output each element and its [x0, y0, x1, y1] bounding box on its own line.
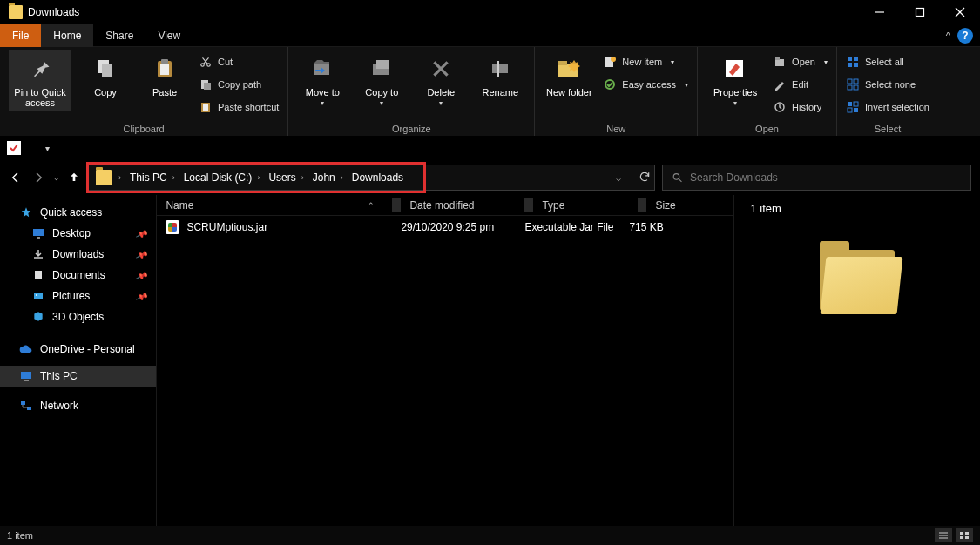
pin-icon: 📌 — [136, 269, 149, 281]
pin-label: Pin to Quick access — [10, 87, 70, 108]
svg-rect-14 — [203, 104, 208, 111]
breadcrumb-downloads[interactable]: Downloads — [348, 172, 407, 184]
breadcrumb-john[interactable]: John› — [309, 172, 348, 184]
folder-icon — [9, 5, 23, 19]
svg-point-41 — [673, 174, 679, 180]
nav-desktop[interactable]: Desktop📌 — [0, 223, 156, 244]
svg-rect-37 — [848, 102, 852, 106]
breadcrumb-users[interactable]: Users› — [265, 172, 308, 184]
new-item-button[interactable]: New item▾ — [603, 52, 688, 71]
close-button[interactable] — [940, 0, 980, 24]
svg-rect-57 — [960, 536, 963, 539]
select-all-button[interactable]: Select all — [846, 52, 929, 71]
file-name: SCRUMptious.jar — [186, 221, 267, 233]
invert-selection-button[interactable]: Invert selection — [846, 98, 929, 117]
svg-rect-12 — [204, 83, 211, 90]
svg-point-23 — [611, 57, 616, 62]
paste-shortcut-button[interactable]: Paste shortcut — [199, 98, 279, 117]
move-to-button[interactable]: Move to ▾ — [297, 50, 348, 107]
new-folder-button[interactable]: New folder — [544, 50, 594, 98]
file-row[interactable]: SCRUMptious.jar 29/10/2020 9:25 pm Execu… — [157, 216, 733, 239]
paste-button[interactable]: Paste — [139, 50, 190, 98]
view-details-button[interactable] — [935, 528, 952, 542]
nav-downloads[interactable]: Downloads📌 — [0, 244, 156, 265]
preview-pane: 1 item — [733, 195, 980, 526]
column-name[interactable]: Name⌃ — [157, 199, 392, 212]
copy-button[interactable]: Copy — [80, 50, 131, 98]
nav-network[interactable]: Network — [0, 395, 156, 416]
open-button[interactable]: Open▾ — [773, 52, 828, 71]
breadcrumb-local-disk[interactable]: Local Disk (C:)› — [180, 172, 266, 184]
breadcrumb-this-pc[interactable]: This PC› — [126, 172, 180, 184]
view-icons-button[interactable] — [956, 528, 973, 542]
address-dropdown-icon[interactable]: ⌵ — [616, 173, 621, 183]
pin-to-quick-access-button[interactable]: Pin to Quick access — [9, 50, 71, 111]
edit-button[interactable]: Edit — [773, 75, 828, 94]
new-item-icon — [603, 55, 617, 69]
recent-locations-button[interactable]: ⌵ — [54, 173, 58, 182]
nav-3d-objects[interactable]: 3D Objects — [0, 306, 156, 327]
svg-rect-58 — [965, 536, 969, 539]
copy-to-button[interactable]: Copy to ▾ — [356, 50, 407, 107]
svg-rect-7 — [160, 64, 169, 75]
history-icon — [773, 100, 787, 114]
nav-quick-access[interactable]: Quick access — [0, 202, 156, 223]
history-button[interactable]: History — [773, 98, 828, 117]
easy-access-button[interactable]: Easy access▾ — [603, 75, 688, 94]
forward-button[interactable] — [31, 171, 45, 185]
search-box[interactable] — [662, 165, 971, 191]
copy-icon — [91, 54, 120, 84]
folder-preview-icon — [820, 250, 895, 311]
nav-pictures[interactable]: Pictures📌 — [0, 286, 156, 306]
tab-share[interactable]: Share — [93, 24, 145, 47]
paste-shortcut-icon — [199, 100, 213, 114]
nav-documents[interactable]: Documents📌 — [0, 265, 156, 286]
column-date[interactable]: Date modified — [401, 199, 524, 212]
move-to-icon — [308, 54, 337, 84]
svg-line-42 — [679, 179, 681, 182]
search-input[interactable] — [690, 172, 962, 184]
tab-home[interactable]: Home — [41, 24, 93, 47]
pin-icon: 📌 — [136, 290, 149, 302]
svg-rect-39 — [848, 108, 852, 112]
nav-onedrive[interactable]: OneDrive - Personal — [0, 336, 156, 357]
ribbon-collapse-icon[interactable]: ^ — [946, 30, 950, 41]
maximize-button[interactable] — [900, 0, 940, 24]
column-size[interactable]: Size — [646, 199, 733, 212]
up-button[interactable] — [67, 171, 81, 185]
address-bar[interactable]: › This PC› Local Disk (C:)› Users› John›… — [88, 165, 655, 191]
properties-button[interactable]: Properties ▾ — [706, 50, 764, 107]
qat-dropdown-icon[interactable]: ▾ — [45, 144, 50, 153]
svg-rect-49 — [24, 380, 29, 381]
file-type: Executable Jar File — [516, 221, 620, 233]
chevron-down-icon: ▾ — [733, 99, 737, 107]
rename-icon — [485, 54, 515, 84]
refresh-button[interactable] — [639, 171, 651, 185]
select-none-button[interactable]: Select none — [846, 75, 929, 94]
file-list: Name⌃ Date modified Type Size SCRUMptiou… — [157, 195, 733, 526]
qat-folder-icon[interactable] — [26, 142, 40, 154]
cut-button[interactable]: Cut — [199, 52, 279, 71]
minimize-button[interactable] — [860, 0, 900, 24]
back-button[interactable] — [9, 171, 23, 185]
help-icon[interactable]: ? — [957, 28, 973, 44]
sort-indicator-icon: ⌃ — [368, 201, 375, 210]
select-none-icon — [846, 77, 860, 91]
status-item-count: 1 item — [7, 530, 33, 541]
tab-file[interactable]: File — [0, 24, 41, 47]
delete-button[interactable]: Delete ▾ — [416, 50, 466, 107]
copy-path-icon — [199, 77, 213, 91]
easy-access-icon — [603, 77, 617, 91]
column-headers: Name⌃ Date modified Type Size — [157, 195, 733, 216]
tab-view[interactable]: View — [145, 24, 193, 47]
nav-this-pc[interactable]: This PC — [0, 366, 156, 387]
qat-check-icon[interactable] — [7, 141, 21, 155]
svg-rect-45 — [35, 271, 42, 279]
quick-access-toolbar: ▾ — [0, 136, 980, 160]
rename-button[interactable]: Rename — [475, 50, 525, 98]
copy-path-button[interactable]: Copy path — [199, 75, 279, 94]
desktop-icon — [31, 226, 45, 240]
svg-rect-50 — [21, 401, 25, 405]
document-icon — [31, 268, 45, 282]
column-type[interactable]: Type — [533, 199, 638, 212]
